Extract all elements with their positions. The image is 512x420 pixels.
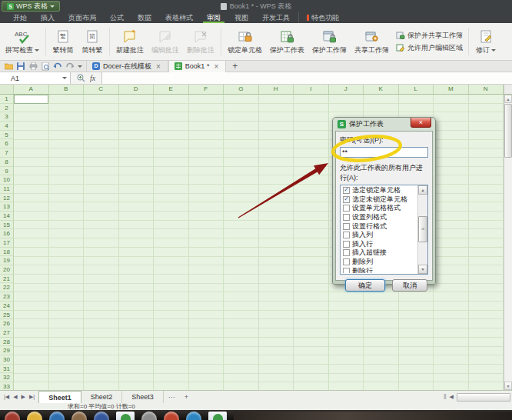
ribbon-tab[interactable]: 特色功能 (298, 12, 346, 23)
formula-input[interactable] (102, 72, 512, 84)
vertical-scrollbar[interactable]: ▲ ▼ (504, 95, 512, 390)
checkbox-icon[interactable]: ✓ (343, 214, 350, 221)
column-header[interactable]: J (329, 85, 364, 94)
permission-option[interactable]: ✓ 设置列格式 (341, 213, 417, 222)
row-header[interactable]: 26 (0, 319, 14, 328)
vertical-scroll-thumb[interactable] (504, 104, 512, 158)
row-header[interactable]: 24 (0, 302, 14, 311)
row-header[interactable]: 21 (0, 275, 14, 284)
permission-option[interactable]: ✓ 删除行 (341, 266, 417, 273)
protect-workbook-button[interactable]: 保护工作簿 (308, 25, 351, 58)
row-header[interactable]: 10 (0, 175, 14, 185)
checkbox-icon[interactable]: ✓ (343, 268, 350, 273)
simplified-to-traditional-button[interactable]: 简 简转繁 (78, 25, 107, 58)
permission-option[interactable]: ✓ 插入行 (341, 240, 417, 249)
row-header[interactable]: 22 (0, 283, 14, 292)
scroll-up-icon[interactable]: ▲ (504, 95, 512, 103)
sheet-nav-arrow-icon[interactable]: |◀ (2, 394, 11, 400)
row-header[interactable]: 16 (0, 229, 14, 238)
sheet-list-button[interactable]: ··· (164, 391, 180, 403)
allow-user-edit-button[interactable]: 允许用户编辑区域 (396, 43, 463, 53)
name-box[interactable]: A1 (0, 72, 71, 84)
undo-icon[interactable] (53, 62, 62, 71)
checkbox-icon[interactable]: ✓ (343, 241, 350, 248)
document-tab-book1[interactable]: Book1 * × (168, 61, 226, 72)
share-workbook-button[interactable]: 共享工作簿 (351, 25, 393, 58)
row-header[interactable]: 25 (0, 311, 14, 320)
edit-comment-button[interactable]: 编辑批注 (148, 25, 183, 58)
permission-option[interactable]: ✓ 设置单元格格式 (341, 204, 417, 213)
ribbon-tab[interactable]: 数据 (131, 12, 158, 23)
sheet-nav-arrow-icon[interactable]: ▶| (28, 394, 36, 400)
row-header[interactable]: 23 (0, 292, 14, 302)
row-header[interactable]: 28 (0, 338, 14, 347)
ribbon-tab[interactable]: 页面布局 (62, 12, 103, 23)
traditional-to-simplified-button[interactable]: 繁 繁转简 (48, 25, 78, 58)
taskbar-app-icon[interactable] (71, 412, 87, 420)
permission-option[interactable]: ✓ 选定未锁定单元格 (341, 195, 417, 205)
checkbox-icon[interactable]: ✓ (343, 205, 350, 212)
print-preview-icon[interactable] (41, 62, 50, 71)
taskbar-app-icon[interactable] (5, 412, 20, 420)
checkbox-icon[interactable]: ✓ (343, 187, 350, 194)
insert-function-icon[interactable] (77, 74, 85, 82)
taskbar-app-icon[interactable] (186, 412, 201, 420)
row-header[interactable]: 6 (0, 139, 14, 148)
listbox-scroll-thumb[interactable]: ≡ (418, 216, 427, 242)
close-button[interactable]: × (411, 118, 431, 128)
document-tab-docer[interactable]: D Docer-在线模板 × (86, 61, 168, 72)
open-folder-icon[interactable] (4, 62, 13, 71)
row-header[interactable]: 4 (0, 122, 14, 131)
ribbon-tab[interactable]: 视图 (228, 12, 255, 23)
scroll-down-icon[interactable]: ▼ (504, 382, 512, 390)
add-sheet-button[interactable]: + (180, 391, 193, 403)
row-header[interactable]: 20 (0, 265, 14, 275)
permission-option[interactable]: ✓ 插入列 (341, 231, 417, 240)
column-header[interactable]: F (189, 85, 224, 94)
new-comment-button[interactable]: 新建批注 (112, 25, 148, 58)
column-header[interactable]: H (259, 85, 294, 94)
column-header[interactable]: N (469, 85, 504, 94)
chevron-down-icon[interactable] (78, 65, 82, 68)
taskbar-app-icon[interactable] (49, 412, 65, 420)
row-header[interactable]: 13 (0, 202, 14, 212)
select-all-corner[interactable] (0, 85, 14, 94)
save-icon[interactable] (16, 62, 25, 71)
wps-app-menu-button[interactable]: S WPS 表格 (2, 1, 60, 12)
ribbon-tab[interactable]: 审阅 (200, 12, 228, 23)
checkbox-icon[interactable]: ✓ (343, 196, 350, 203)
close-icon[interactable]: × (155, 62, 162, 71)
permission-option[interactable]: ✓ 删除列 (341, 258, 417, 267)
column-header[interactable]: I (294, 85, 329, 94)
ok-button[interactable]: 确定 (345, 279, 385, 292)
scroll-left-icon[interactable]: ◀ (448, 394, 455, 400)
selected-cell-a1[interactable] (14, 95, 48, 104)
ribbon-tab[interactable]: 公式 (103, 12, 131, 23)
taskbar-app-icon[interactable] (27, 412, 42, 420)
print-icon[interactable] (28, 62, 38, 71)
sheet-nav-arrow-icon[interactable]: ◀ (12, 394, 18, 400)
splitter-handle[interactable]: ‖ (444, 393, 447, 401)
checkbox-icon[interactable]: ✓ (343, 232, 350, 238)
taskbar-app-icon[interactable] (164, 412, 179, 420)
row-header[interactable]: 8 (0, 158, 14, 167)
row-header[interactable]: 5 (0, 131, 14, 140)
sheet-tab[interactable]: Sheet3 (122, 391, 164, 403)
permission-option[interactable]: ✓ 插入超链接 (341, 248, 417, 258)
row-header[interactable]: 9 (0, 167, 14, 176)
column-header[interactable]: L (399, 85, 434, 94)
row-header[interactable]: 29 (0, 346, 14, 355)
protect-sheet-button[interactable]: 保护工作表 (266, 25, 308, 58)
taskbar-app-icon[interactable] (116, 412, 135, 420)
password-input[interactable] (340, 147, 428, 158)
column-header[interactable]: C (84, 85, 119, 94)
row-header[interactable]: 33 (0, 382, 14, 390)
row-header[interactable]: 14 (0, 212, 14, 221)
sheet-tab[interactable]: Sheet2 (81, 391, 123, 403)
row-header[interactable]: 17 (0, 238, 14, 248)
protect-share-workbook-button[interactable]: 保护并共享工作簿 (396, 31, 463, 41)
cancel-button[interactable]: 取消 (392, 279, 427, 292)
ribbon-tab[interactable]: 插入 (34, 12, 62, 23)
taskbar-app-icon[interactable] (141, 412, 157, 420)
scroll-down-icon[interactable]: ▼ (418, 265, 427, 274)
